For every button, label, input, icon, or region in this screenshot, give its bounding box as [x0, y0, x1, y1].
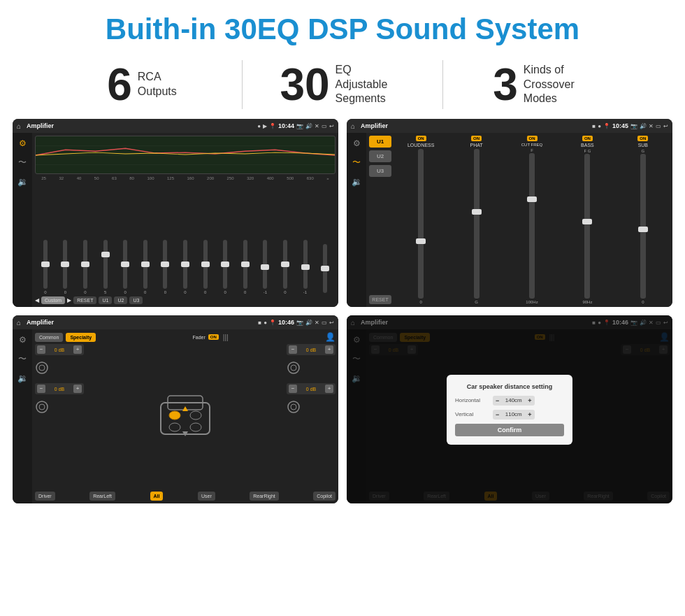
horizontal-plus[interactable]: + — [528, 397, 531, 404]
u3-btn[interactable]: U3 — [369, 165, 391, 177]
phat-slider-track[interactable] — [474, 149, 480, 299]
eq-slider-12[interactable]: 0 — [276, 240, 294, 294]
fader-screen-card: ⌂ Amplifier ■ ● 📍 10:46 📷 🔊 ✕ ▭ ↩ ⚙ 〜 🔉 — [13, 315, 338, 503]
eq-slider-2[interactable]: 0 — [76, 240, 94, 294]
svg-point-18 — [291, 404, 296, 410]
location-icon-2: 📍 — [603, 123, 610, 129]
crossover-reset-btn[interactable]: RESET — [369, 295, 391, 304]
eq-slider-4[interactable]: 0 — [116, 240, 134, 294]
svg-marker-13 — [182, 406, 188, 411]
minus-btn-br[interactable]: − — [289, 385, 297, 393]
dot-icon-4: ■ — [258, 320, 261, 326]
speaker-icon-2[interactable]: 🔉 — [352, 177, 362, 187]
eq-slider-11[interactable]: -1 — [257, 240, 275, 294]
back-icon-2[interactable]: ↩ — [663, 123, 668, 129]
eq-u1-btn[interactable]: U1 — [99, 296, 112, 304]
stat-text-rca: RCA Outputs — [138, 70, 177, 99]
back-icon-3[interactable]: ↩ — [329, 320, 334, 326]
eq-screen-card: ⌂ Amplifier ● ▶ 📍 10:44 📷 🔊 ✕ ▭ ↩ ⚙ 〜 🔉 — [13, 119, 338, 307]
eq-sliders-area: 0 0 0 5 0 — [35, 183, 336, 294]
plus-btn-tl[interactable]: + — [73, 345, 82, 354]
car-diagram — [87, 344, 284, 489]
bass-slider-track[interactable] — [584, 154, 590, 299]
loudness-slider-track[interactable] — [418, 149, 424, 299]
eq-u2-btn[interactable]: U2 — [114, 296, 127, 304]
eq-slider-9[interactable]: 0 — [216, 240, 234, 294]
speaker-icon-3[interactable]: 🔉 — [17, 373, 28, 383]
plus-btn-tr[interactable]: + — [325, 345, 333, 354]
eq-prev-btn[interactable]: ◀ — [35, 297, 39, 303]
eq-slider-3[interactable]: 5 — [96, 240, 115, 294]
minus-btn-tl[interactable]: − — [37, 345, 45, 354]
location-icon-3: 📍 — [269, 320, 276, 326]
eq-slider-10[interactable]: 0 — [236, 240, 254, 294]
horizontal-label: Horizontal — [455, 397, 490, 403]
eq-slider-7[interactable]: 0 — [176, 240, 194, 294]
user-icon[interactable]: 👤 — [325, 332, 336, 342]
wave-icon-3[interactable]: 〜 — [18, 353, 27, 365]
eq-slider-5[interactable]: 0 — [136, 240, 154, 294]
rear-left-btn[interactable]: RearLeft — [89, 492, 115, 501]
driver-btn[interactable]: Driver — [35, 492, 55, 501]
eq-status-bar: ⌂ Amplifier ● ▶ 📍 10:44 📷 🔊 ✕ ▭ ↩ — [13, 119, 338, 133]
eq-slider-13[interactable]: -1 — [296, 240, 315, 294]
eq-next-btn[interactable]: ▶ — [67, 297, 71, 303]
sub-slider-track[interactable] — [640, 154, 646, 299]
all-btn[interactable]: All — [150, 492, 164, 501]
u1-btn[interactable]: U1 — [369, 136, 391, 148]
fader-status-bar: ⌂ Amplifier ■ ● 📍 10:46 📷 🔊 ✕ ▭ ↩ — [13, 315, 338, 329]
plus-btn-br[interactable]: + — [325, 385, 333, 393]
eq-graph — [35, 136, 336, 174]
db-val-tl: 0 dB — [47, 348, 72, 352]
crossover-status-icons: ■ ● 📍 10:45 📷 🔊 ✕ ▭ ↩ — [592, 122, 668, 129]
fader-screen-content: ⚙ 〜 🔉 Common Specialty Fader ON ||| 👤 — [13, 329, 338, 503]
eq-custom-btn[interactable]: Custom — [41, 296, 65, 304]
crossover-side-icons: ⚙ 〜 🔉 — [347, 133, 366, 307]
home-icon-3[interactable]: ⌂ — [17, 319, 21, 327]
play-icon: ▶ — [263, 123, 267, 129]
eq-slider-1[interactable]: 0 — [57, 240, 75, 294]
eq-reset-btn[interactable]: RESET — [73, 296, 96, 304]
eq-icon[interactable]: ⚙ — [19, 138, 27, 148]
cutfreq-slider-track[interactable] — [529, 153, 535, 299]
eq-icon-3[interactable]: ⚙ — [19, 335, 27, 345]
wave-icon[interactable]: 〜 — [18, 157, 27, 169]
eq-icon-2[interactable]: ⚙ — [353, 138, 361, 148]
loudness-val: 0 — [420, 300, 422, 304]
horizontal-minus[interactable]: − — [496, 397, 499, 404]
eq-slider-14[interactable] — [316, 244, 334, 294]
minus-btn-tr[interactable]: − — [289, 345, 297, 354]
wave-icon-2[interactable]: 〜 — [352, 157, 361, 169]
plus-btn-bl[interactable]: + — [73, 385, 82, 393]
copilot-btn[interactable]: Copilot — [313, 492, 336, 501]
eq-slider-8[interactable]: 0 — [196, 240, 215, 294]
speaker-icon[interactable]: 🔉 — [17, 177, 28, 187]
user-btn[interactable]: User — [198, 492, 215, 501]
home-icon-2[interactable]: ⌂ — [351, 122, 355, 130]
svg-point-11 — [169, 423, 180, 431]
confirm-button[interactable]: Confirm — [455, 424, 564, 436]
eq-u3-btn[interactable]: U3 — [129, 296, 143, 304]
back-icon[interactable]: ↩ — [329, 123, 334, 129]
phat-on: ON — [471, 136, 482, 141]
u2-btn[interactable]: U2 — [369, 150, 391, 162]
minus-btn-bl[interactable]: − — [37, 385, 45, 393]
crossover-panel: U1 U2 U3 RESET ON LOUDNESS 0 — [366, 133, 672, 307]
vertical-plus[interactable]: + — [528, 411, 531, 418]
db-control-tl: − 0 dB + — [35, 344, 84, 355]
fader-panel: Common Specialty Fader ON ||| 👤 − 0 dB + — [32, 329, 338, 503]
main-title: Buith-in 30EQ DSP Sound System — [0, 13, 685, 46]
sub-val: 0 — [642, 300, 644, 304]
eq-slider-0[interactable]: 0 — [36, 240, 55, 294]
home-icon[interactable]: ⌂ — [17, 122, 21, 130]
common-tab[interactable]: Common — [35, 333, 63, 342]
rear-right-btn[interactable]: RearRight — [250, 492, 279, 501]
eq-slider-6[interactable]: 0 — [157, 240, 175, 294]
channel-phat: ON PHAT G — [449, 136, 503, 304]
specialty-tab[interactable]: Specialty — [66, 333, 96, 342]
dot-icon: ● — [257, 123, 261, 129]
vertical-minus[interactable]: − — [496, 411, 499, 418]
camera-icon: 📷 — [296, 123, 303, 129]
fader-left-col: − 0 dB + − 0 dB — [35, 344, 84, 489]
sub-on: ON — [637, 136, 648, 141]
